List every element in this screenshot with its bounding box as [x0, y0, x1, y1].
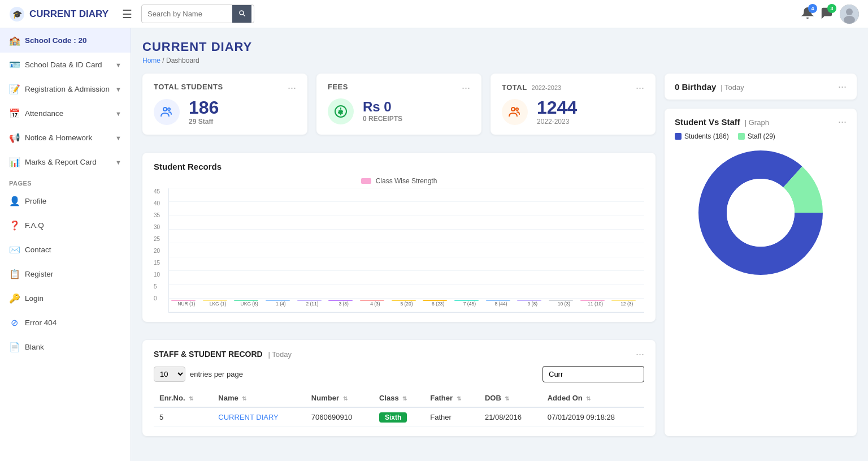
- cell-added-on: 07/01/2019 09:18:28: [542, 407, 644, 427]
- grid-line: [169, 216, 644, 216]
- table-body: 5 CURRENT DIARY 7060690910 Sixth Father …: [154, 407, 644, 427]
- cell-dob: 21/08/2016: [479, 407, 542, 427]
- col-class[interactable]: Class ⇅: [374, 389, 424, 407]
- attendance-icon: 📅: [9, 108, 19, 119]
- total-year-sub: 2022-2023: [537, 118, 577, 126]
- svg-point-3: [846, 8, 853, 15]
- student-records-title: Student Records: [154, 162, 644, 171]
- pages-section-label: PAGES: [0, 174, 131, 189]
- sidebar-item-registration-admission[interactable]: 📝 Registration & Admission ▼: [0, 77, 131, 101]
- breadcrumb: Home / Dashboard: [142, 57, 857, 64]
- total-year-svg-icon: [508, 105, 522, 119]
- search-button[interactable]: [232, 5, 251, 23]
- sidebar-item-login[interactable]: 🔑 Login: [0, 286, 131, 311]
- error404-icon: ⊘: [9, 317, 19, 328]
- svg-point-6: [168, 108, 170, 110]
- contact-icon: ✉️: [9, 244, 19, 255]
- student-vs-staff-card: Student Vs Staff | Graph ··· Students (1…: [665, 109, 857, 436]
- table-row: 5 CURRENT DIARY 7060690910 Sixth Father …: [154, 407, 644, 427]
- sidebar-item-register[interactable]: 📋 Register: [0, 262, 131, 286]
- sidebar-item-school-data-id-card[interactable]: 🪪 School Data & ID Card ▼: [0, 53, 131, 77]
- notice-arrow: ▼: [115, 135, 121, 141]
- notice-icon: 📢: [9, 132, 19, 143]
- notification-bell[interactable]: 4: [801, 7, 814, 21]
- student-name-link[interactable]: CURRENT DIARY: [218, 413, 278, 421]
- student-records-section: Student Records Class Wise Strength 0 5 …: [142, 153, 656, 322]
- faq-icon: ❓: [9, 220, 19, 231]
- bar-chart-labels: NUR (1)LKG (1)UKG (6)1 (4)2 (11)3 (3)4 (…: [169, 301, 644, 312]
- grid-line: [169, 201, 644, 202]
- top-bar: 🎓 CURRENT DIARY ☰ 4 3: [0, 0, 868, 28]
- svs-menu[interactable]: ···: [838, 117, 847, 127]
- sidebar-item-blank[interactable]: 📄 Blank: [0, 335, 131, 359]
- sidebar-label-profile: Profile: [25, 197, 121, 205]
- birthday-title: 0 Birthday: [675, 82, 716, 92]
- blank-icon: 📄: [9, 342, 19, 352]
- breadcrumb-home[interactable]: Home: [142, 57, 160, 64]
- notification-count: 4: [808, 4, 817, 13]
- marks-icon: 📊: [9, 157, 19, 167]
- search-input[interactable]: [142, 6, 232, 21]
- grid-line: [169, 257, 644, 257]
- chart-legend-label: Class Wise Strength: [376, 177, 437, 185]
- grid-line: [169, 243, 644, 243]
- bar-x-label: 3 (3): [328, 301, 359, 312]
- cell-name: CURRENT DIARY: [212, 407, 306, 427]
- table-title: STAFF & STUDENT RECORD: [154, 350, 263, 359]
- fees-amount: Rs 0: [363, 100, 402, 114]
- total-year-menu[interactable]: ···: [636, 83, 644, 93]
- grid-line: [169, 298, 644, 299]
- total-students-sub: 29 Staff: [189, 118, 219, 126]
- bar-x-label: LKG (1): [203, 301, 233, 312]
- login-icon: 🔑: [9, 293, 19, 304]
- fees-icon: [328, 98, 354, 124]
- sidebar: 🏫 School Code : 20 🪪 School Data & ID Ca…: [0, 28, 131, 461]
- bar-x-label: 10 (3): [549, 301, 579, 312]
- total-students-number: 186: [189, 98, 219, 117]
- col-dob[interactable]: DOB ⇅: [479, 389, 542, 407]
- y-label-35: 35: [154, 212, 165, 218]
- bar-x-label: 9 (8): [517, 301, 548, 312]
- table-header: Enr.No. ⇅ Name ⇅ Number ⇅ Class ⇅ Father…: [154, 389, 644, 407]
- legend-students-label: Students (186): [684, 132, 729, 140]
- birthday-subtitle: | Today: [721, 83, 744, 92]
- entries-per-page-select[interactable]: 10 25 50 100: [154, 367, 185, 382]
- user-avatar[interactable]: [840, 5, 859, 24]
- app-logo: 🎓 CURRENT DIARY: [9, 6, 108, 22]
- sidebar-item-attendance[interactable]: 📅 Attendance ▼: [0, 101, 131, 126]
- col-name[interactable]: Name ⇅: [212, 389, 306, 407]
- col-added-on[interactable]: Added On ⇅: [542, 389, 644, 407]
- donut-chart-svg: [693, 145, 828, 281]
- sidebar-item-faq[interactable]: ❓ F.A.Q: [0, 213, 131, 238]
- sidebar-item-error404[interactable]: ⊘ Error 404: [0, 311, 131, 335]
- sidebar-item-profile[interactable]: 👤 Profile: [0, 189, 131, 213]
- sidebar-item-marks-report[interactable]: 📊 Marks & Report Card ▼: [0, 150, 131, 174]
- search-icon: [238, 9, 246, 17]
- col-enr-no[interactable]: Enr.No. ⇅: [154, 389, 212, 407]
- fees-sub: 0 RECEIPTS: [363, 115, 402, 123]
- sidebar-label-blank: Blank: [25, 343, 121, 351]
- donut-chart-wrap: [675, 145, 847, 281]
- message-bubble[interactable]: 3: [821, 7, 833, 21]
- y-label-5: 5: [154, 283, 165, 290]
- col-number[interactable]: Number ⇅: [306, 389, 374, 407]
- sidebar-label-attendance: Attendance: [25, 109, 110, 118]
- bar-x-label: 7 (45): [454, 301, 485, 312]
- total-students-menu[interactable]: ···: [288, 83, 296, 93]
- table-search-input[interactable]: [542, 366, 644, 382]
- cell-class: Sixth: [374, 407, 424, 427]
- sidebar-item-contact[interactable]: ✉️ Contact: [0, 238, 131, 262]
- table-menu[interactable]: ···: [636, 349, 644, 359]
- hamburger-button[interactable]: ☰: [122, 7, 132, 21]
- y-label-40: 40: [154, 200, 165, 206]
- bar-x-label: 6 (23): [423, 301, 453, 312]
- birthday-menu[interactable]: ···: [838, 81, 847, 92]
- col-father[interactable]: Father ⇅: [424, 389, 479, 407]
- sidebar-label-error404: Error 404: [25, 318, 121, 327]
- sidebar-label-faq: F.A.Q: [25, 221, 121, 230]
- sidebar-item-notice-homework[interactable]: 📢 Notice & Homework ▼: [0, 126, 131, 150]
- svs-title-wrap: Student Vs Staff | Graph: [675, 117, 769, 127]
- fees-menu[interactable]: ···: [462, 83, 470, 93]
- svg-point-5: [163, 107, 167, 111]
- main-content: CURRENT DIARY Home / Dashboard Total Stu…: [131, 28, 868, 461]
